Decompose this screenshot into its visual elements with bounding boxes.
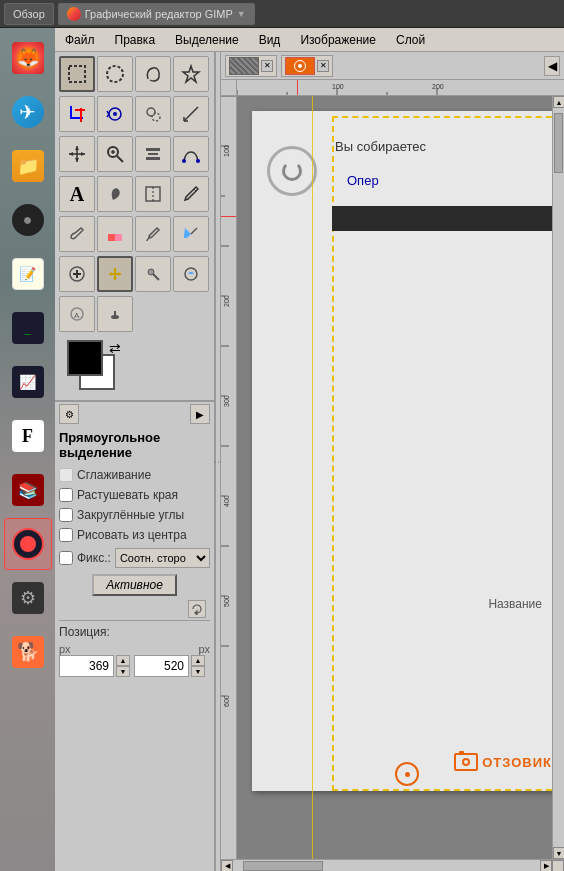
thumb-preview-2 [285,57,315,75]
tool-cross[interactable] [97,256,133,292]
position-x-up[interactable]: ▲ [116,655,130,666]
tool-transform[interactable] [97,96,133,132]
menu-image[interactable]: Изображение [294,31,382,49]
dark-bar [332,206,552,231]
sidebar-item-book[interactable]: 📚 [4,464,52,516]
option-center-checkbox[interactable] [59,528,73,542]
position-label: Позиция: [59,625,109,639]
tool-heal[interactable] [59,256,95,292]
scroll-down-btn[interactable]: ▼ [553,847,564,859]
menu-edit[interactable]: Правка [109,31,162,49]
tool-text[interactable]: A [59,176,95,212]
tool-color-picker[interactable] [135,216,171,252]
tool-clone[interactable] [135,96,171,132]
panel-nav-left[interactable]: ◀ [544,56,560,76]
sidebar-item-folder[interactable]: 📁 [4,140,52,192]
tool-fuzzy-select[interactable] [173,56,209,92]
sidebar-item-font[interactable]: F [4,410,52,462]
position-x-input[interactable] [59,655,114,677]
svg-text:A: A [74,311,80,320]
tool-move[interactable] [59,136,95,172]
position-x-down[interactable]: ▼ [116,666,130,677]
tool-path[interactable] [173,136,209,172]
scroll-right-btn[interactable]: ▶ [540,860,552,871]
sidebar-item-record[interactable] [4,518,52,570]
menu-file[interactable]: Файл [59,31,101,49]
color-area: ⇄ [59,336,210,396]
taskbar-overview[interactable]: Обзор [4,3,54,25]
option-rounded-checkbox[interactable] [59,508,73,522]
position-y-up[interactable]: ▲ [191,655,205,666]
tool-pencil[interactable] [173,176,209,212]
sidebar-item-wilber[interactable]: 🐕 [4,626,52,678]
scroll-up-btn[interactable]: ▲ [553,96,564,108]
tool-airbrush[interactable] [97,296,133,332]
option-active-btn[interactable]: Активное [92,574,177,596]
tool-eraser[interactable] [97,216,133,252]
toolbox: A [55,52,214,401]
tool-options-title: Прямоугольное выделение [59,430,210,460]
taskbar-gimp[interactable]: Графический редактор GIMP ▼ [58,3,255,25]
tool-dodge-burn[interactable] [173,256,209,292]
scroll-thumb-h[interactable] [243,861,323,871]
svg-point-17 [182,159,186,163]
tool-convolve[interactable]: A [59,296,95,332]
position-y-down[interactable]: ▼ [191,666,205,677]
menu-view[interactable]: Вид [253,31,287,49]
tool-flip[interactable] [135,176,171,212]
ruler-cursor-v [297,80,298,95]
sidebar-item-telegram[interactable]: ✈ [4,86,52,138]
scroll-left-btn[interactable]: ◀ [221,860,233,871]
option-fixed-checkbox[interactable] [59,551,73,565]
tool-bucket-fill[interactable] [173,216,209,252]
position-y-spinner: ▲ ▼ [191,655,205,677]
gear-icon: ⚙ [12,582,44,614]
close-thumb-1[interactable]: ✕ [261,60,273,72]
tool-crop[interactable] [59,96,95,132]
sidebar-item-notes[interactable]: 📝 [4,248,52,300]
svg-text:100: 100 [223,145,230,157]
image-thumb-1[interactable]: ✕ [225,55,277,77]
sidebar-item-firefox[interactable]: 🦊 [4,32,52,84]
tool-grid-row7: A [59,296,210,332]
scroll-track-v[interactable] [553,108,564,847]
menu-select[interactable]: Выделение [169,31,245,49]
wilber-icon: 🐕 [12,636,44,668]
position-inputs: ▲ ▼ ▲ ▼ [59,655,210,677]
svg-point-3 [113,112,117,116]
svg-marker-7 [75,158,79,162]
option-feather-checkbox[interactable] [59,488,73,502]
canvas-viewport[interactable]: Вы собираетес Опер [237,96,552,859]
sidebar-item-gear[interactable]: ⚙ [4,572,52,624]
svg-marker-30 [118,272,121,276]
sidebar-item-speaker[interactable]: ● [4,194,52,246]
tool-ellipse-select[interactable] [97,56,133,92]
tool-measure[interactable] [173,96,209,132]
option-fixed-select[interactable]: Соотн. сторо [115,548,210,568]
close-thumb-2[interactable]: ✕ [317,60,329,72]
foreground-color[interactable] [67,340,103,376]
scroll-track-h[interactable] [233,860,540,871]
sidebar-item-terminal[interactable]: _ [4,302,52,354]
option-antialias-checkbox[interactable] [59,468,73,482]
tool-options-btn[interactable]: ⚙ [59,404,79,424]
ruler-left: 100 200 300 400 500 [221,96,237,859]
scroll-thumb-v[interactable] [554,113,563,173]
menu-layer[interactable]: Слой [390,31,431,49]
reset-btn[interactable] [188,600,206,618]
image-thumb-2[interactable]: ✕ [281,55,333,77]
tool-zoom[interactable] [97,136,133,172]
panel-expand-btn[interactable]: ▶ [190,404,210,424]
scrollbar-corner [552,860,564,871]
tool-lasso[interactable] [135,56,171,92]
tool-smudge[interactable] [135,256,171,292]
ruler-cursor-h [221,216,236,217]
tool-ink[interactable] [97,176,133,212]
svg-rect-0 [69,66,85,82]
tool-paintbrush[interactable] [59,216,95,252]
tool-align[interactable] [135,136,171,172]
sidebar-item-chart[interactable]: 📈 [4,356,52,408]
option-feather-row: Растушевать края [59,488,210,502]
position-y-input[interactable] [134,655,189,677]
tool-rect-select[interactable] [59,56,95,92]
